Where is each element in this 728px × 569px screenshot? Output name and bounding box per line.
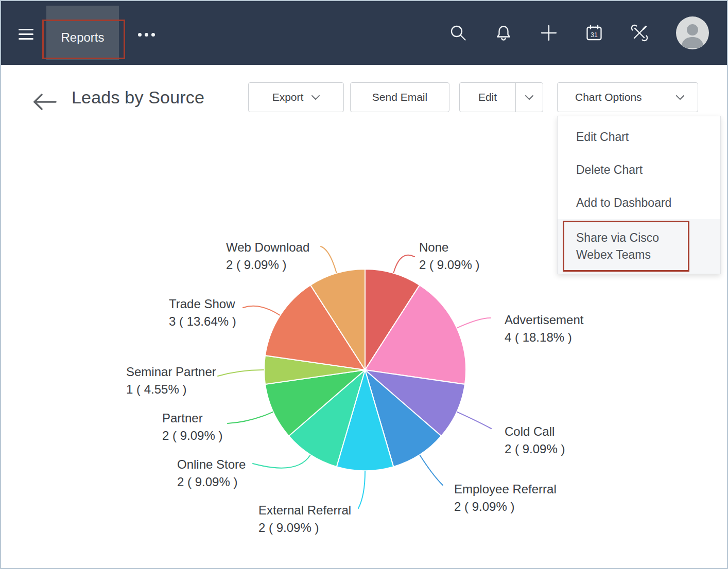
leader-line-online-store: [253, 455, 310, 468]
chevron-down-icon: [676, 95, 684, 100]
calendar-day-label: 31: [591, 31, 598, 39]
slice-value-seminar-partner: 1 ( 4.55% ): [126, 382, 186, 396]
page-title: Leads by Source: [72, 87, 204, 108]
user-avatar[interactable]: [675, 16, 709, 50]
tools-icon[interactable]: [630, 24, 649, 42]
chart-options-menu: Edit Chart Delete Chart Add to Dashboard…: [557, 116, 721, 274]
leader-line-none: [394, 255, 415, 273]
leader-line-employee-referral: [420, 455, 443, 485]
chart-options-button[interactable]: Chart Options: [557, 82, 698, 112]
slice-label-online-store: Online Store: [177, 457, 246, 471]
slice-label-external-referral: External Referral: [258, 503, 351, 517]
menu-item-label: Delete Chart: [576, 163, 643, 177]
menu-item-label: Edit Chart: [576, 130, 629, 144]
slice-label-none: None: [419, 240, 448, 254]
leader-line-external-referral: [358, 471, 365, 508]
slice-value-online-store: 2 ( 9.09% ): [177, 475, 237, 489]
top-navbar: Reports 31: [1, 1, 727, 65]
back-arrow-icon[interactable]: [31, 92, 58, 112]
leader-line-seminar-partner: [218, 370, 264, 376]
export-button[interactable]: Export: [248, 82, 344, 112]
slice-value-advertisement: 4 ( 18.18% ): [505, 330, 572, 344]
navbar-icons: 31: [449, 1, 709, 65]
edit-split-button: Edit: [459, 82, 543, 112]
slice-label-advertisement: Advertisement: [505, 313, 584, 327]
tab-reports[interactable]: Reports: [46, 6, 119, 60]
leader-line-advertisement: [457, 318, 491, 328]
menu-item-label: Share via Cisco Webex Teams: [576, 229, 682, 264]
hamburger-menu-icon[interactable]: [19, 26, 33, 43]
edit-dropdown-toggle[interactable]: [515, 83, 543, 112]
search-icon[interactable]: [449, 24, 467, 42]
slice-value-partner: 2 ( 9.09% ): [162, 429, 222, 442]
leader-line-trade-show: [243, 306, 280, 315]
menu-item-label: Add to Dashboard: [576, 196, 671, 210]
plus-icon[interactable]: [540, 24, 558, 42]
edit-button[interactable]: Edit: [460, 83, 515, 112]
export-button-label: Export: [272, 91, 304, 103]
slice-value-cold-call: 2 ( 9.09% ): [505, 442, 565, 456]
bell-icon[interactable]: [494, 24, 513, 42]
slice-value-web-download: 2 ( 9.09% ): [226, 258, 286, 272]
menu-item-delete-chart[interactable]: Delete Chart: [558, 153, 720, 186]
chevron-down-icon: [525, 95, 533, 100]
slice-label-trade-show: Trade Show: [169, 297, 235, 311]
zoho-crm-window: Reports 31: [0, 0, 728, 569]
tab-reports-label: Reports: [61, 30, 104, 45]
send-email-button[interactable]: Send Email: [350, 82, 449, 112]
leader-line-partner: [228, 412, 273, 423]
menu-item-edit-chart[interactable]: Edit Chart: [558, 120, 720, 153]
slice-value-external-referral: 2 ( 9.09% ): [258, 521, 319, 535]
menu-item-add-to-dashboard[interactable]: Add to Dashboard: [558, 186, 720, 219]
chevron-down-icon: [311, 95, 320, 100]
slice-label-employee-referral: Employee Referral: [454, 482, 557, 496]
more-tabs-icon[interactable]: [138, 33, 155, 37]
slice-label-seminar-partner: Seminar Partner: [126, 365, 216, 379]
slice-value-employee-referral: 2 ( 9.09% ): [454, 500, 514, 513]
slice-value-none: 2 ( 9.09% ): [419, 258, 479, 272]
leader-line-web-download: [321, 246, 337, 273]
slice-label-web-download: Web Download: [226, 240, 309, 254]
slice-label-cold-call: Cold Call: [505, 424, 554, 438]
calendar-icon[interactable]: 31: [585, 24, 603, 42]
slice-value-trade-show: 3 ( 13.64% ): [169, 314, 236, 328]
chart-options-button-label: Chart Options: [575, 91, 642, 103]
leader-line-cold-call: [457, 412, 491, 429]
edit-button-label: Edit: [478, 91, 497, 103]
slice-label-partner: Partner: [162, 411, 203, 425]
menu-item-share-via-cisco-webex-teams[interactable]: Share via Cisco Webex Teams: [558, 219, 720, 274]
send-email-button-label: Send Email: [372, 91, 427, 103]
